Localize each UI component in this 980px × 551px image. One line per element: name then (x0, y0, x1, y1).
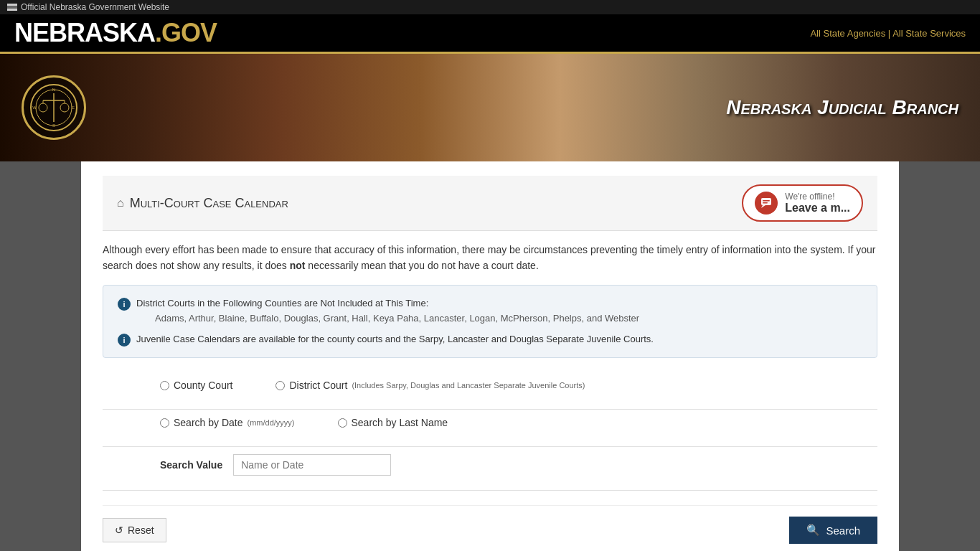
header-links: All State Agencies | All State Services (810, 28, 966, 39)
svg-marker-17 (761, 205, 765, 208)
info-row-1: i District Courts in the Following Count… (118, 296, 862, 324)
county-court-radio[interactable] (160, 381, 169, 390)
content-box: ⌂ Multi-Court Case Calendar We're offlin… (81, 161, 899, 551)
search-button[interactable]: 🔍 Search (789, 517, 877, 544)
page-title: ⌂ Multi-Court Case Calendar (117, 196, 288, 211)
form-divider-2 (103, 446, 877, 447)
info-section: i District Courts in the Following Count… (103, 285, 877, 359)
search-by-name-label: Search by Last Name (352, 417, 448, 428)
offline-cta: Leave a m... (785, 202, 850, 215)
all-state-agencies-link[interactable]: All State Agencies (810, 28, 885, 39)
info-text-2: Juvenile Case Calendars are available fo… (136, 332, 654, 347)
search-value-row: Search Value (103, 454, 877, 476)
info-icon-2: i (118, 334, 131, 347)
court-type-group: County Court District Court (Includes Sa… (103, 380, 877, 391)
logo-gov: .GOV (155, 18, 217, 47)
form-divider-3 (103, 490, 877, 491)
official-site-label: Official Nebraska Government Website (21, 2, 169, 12)
search-value-label: Search Value (160, 459, 222, 471)
reset-icon: ↺ (115, 524, 123, 536)
district-court-note: (Includes Sarpy, Douglas and Lancaster S… (352, 381, 585, 390)
search-type-group: Search by Date (mm/dd/yyyy) Search by La… (103, 417, 877, 428)
judicial-seal: N S W E (22, 75, 86, 140)
search-label: Search (826, 524, 860, 537)
info-row-2: i Juvenile Case Calendars are available … (118, 332, 862, 347)
svg-text:S: S (52, 123, 55, 128)
search-by-name-radio[interactable] (338, 418, 347, 428)
main-wrapper: ⌂ Multi-Court Case Calendar We're offlin… (0, 161, 980, 551)
svg-text:W: W (32, 105, 37, 110)
district-court-option[interactable]: District Court (Includes Sarpy, Douglas … (275, 380, 585, 391)
search-by-date-note: (mm/dd/yyyy) (248, 418, 295, 427)
svg-rect-19 (763, 202, 768, 204)
search-value-input[interactable] (233, 454, 391, 476)
disclaimer-bold: not (290, 260, 306, 271)
svg-text:N: N (52, 88, 55, 92)
seal-icon: N S W E (29, 83, 79, 133)
page-title-label: Multi-Court Case Calendar (130, 196, 288, 211)
form-section: County Court District Court (Includes Sa… (103, 372, 877, 551)
form-divider-1 (103, 409, 877, 410)
reset-button[interactable]: ↺ Reset (103, 518, 166, 542)
home-icon: ⌂ (117, 197, 124, 209)
site-logo: NEBRASKA.GOV (14, 20, 217, 46)
page-title-bar: ⌂ Multi-Court Case Calendar We're offlin… (103, 176, 877, 231)
svg-rect-1 (7, 4, 17, 6)
info-icon-1: i (118, 298, 131, 311)
search-by-date-option[interactable]: Search by Date (mm/dd/yyyy) (160, 417, 295, 428)
svg-rect-18 (763, 200, 770, 202)
search-by-date-radio[interactable] (160, 418, 169, 428)
offline-status: We're offline! (785, 192, 834, 202)
all-state-services-link[interactable]: All State Services (892, 28, 966, 39)
site-header: NEBRASKA.GOV All State Agencies | All St… (0, 14, 980, 54)
disclaimer-text2: necessarily mean that you do not have a … (305, 260, 538, 271)
district-court-label: District Court (289, 380, 347, 391)
search-by-name-option[interactable]: Search by Last Name (338, 417, 448, 428)
banner: N S W E Nebraska Judicial Branch (0, 54, 980, 161)
counties-text: Adams, Arthur, Blaine, Buffalo, Douglas,… (155, 313, 639, 324)
banner-title: Nebraska Judicial Branch (726, 96, 958, 119)
search-by-date-label: Search by Date (174, 417, 243, 428)
info-text-1: District Courts in the Following Countie… (136, 296, 639, 311)
button-row: ↺ Reset 🔍 Search (103, 505, 877, 544)
district-court-radio[interactable] (275, 381, 285, 390)
chat-icon (755, 192, 778, 215)
disclaimer-text: Although every effort has been made to e… (103, 231, 877, 285)
svg-rect-16 (761, 198, 771, 205)
svg-rect-2 (7, 9, 17, 11)
reset-label: Reset (128, 524, 154, 536)
county-court-label: County Court (174, 380, 232, 391)
svg-text:E: E (72, 105, 75, 110)
top-bar: Official Nebraska Government Website (0, 0, 980, 14)
offline-text: We're offline! Leave a m... (785, 192, 850, 215)
flag-icon (7, 2, 17, 12)
county-court-option[interactable]: County Court (160, 380, 232, 391)
offline-widget[interactable]: We're offline! Leave a m... (742, 184, 863, 222)
logo-text: NEBRASKA.GOV (14, 20, 217, 46)
search-icon: 🔍 (806, 524, 820, 537)
